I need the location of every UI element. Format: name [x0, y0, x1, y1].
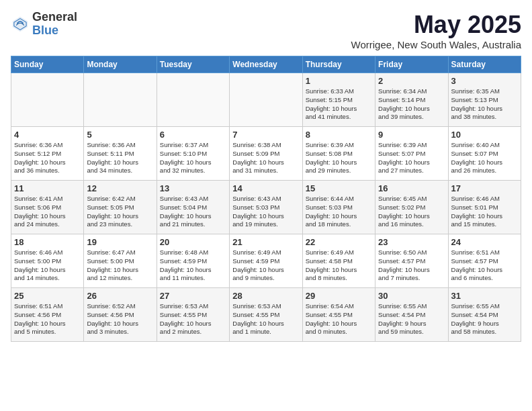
calendar-cell: 27Sunrise: 6:53 AM Sunset: 4:55 PM Dayli… — [157, 288, 229, 342]
cell-info: Sunrise: 6:46 AM Sunset: 5:00 PM Dayligh… — [14, 248, 81, 283]
logo-general-text: General — [32, 11, 77, 24]
cell-info: Sunrise: 6:46 AM Sunset: 5:01 PM Dayligh… — [451, 195, 518, 229]
day-number: 16 — [378, 183, 445, 193]
calendar-cell: 28Sunrise: 6:53 AM Sunset: 4:55 PM Dayli… — [230, 288, 302, 342]
week-row-4: 18Sunrise: 6:46 AM Sunset: 5:00 PM Dayli… — [11, 234, 521, 288]
day-number: 10 — [451, 130, 518, 140]
cell-info: Sunrise: 6:55 AM Sunset: 4:54 PM Dayligh… — [378, 302, 445, 336]
cell-info: Sunrise: 6:40 AM Sunset: 5:07 PM Dayligh… — [451, 141, 518, 175]
day-number: 13 — [160, 183, 226, 193]
logo-blue-text: Blue — [32, 24, 77, 38]
cell-info: Sunrise: 6:35 AM Sunset: 5:13 PM Dayligh… — [451, 87, 518, 122]
day-number: 28 — [232, 291, 299, 301]
calendar-cell — [11, 73, 84, 127]
weekday-header-wednesday: Wednesday — [230, 56, 302, 73]
calendar-cell: 25Sunrise: 6:51 AM Sunset: 4:56 PM Dayli… — [11, 288, 84, 342]
cell-info: Sunrise: 6:43 AM Sunset: 5:04 PM Dayligh… — [160, 195, 226, 229]
calendar-table: SundayMondayTuesdayWednesdayThursdayFrid… — [11, 56, 521, 342]
calendar-cell: 11Sunrise: 6:41 AM Sunset: 5:06 PM Dayli… — [11, 181, 84, 234]
cell-info: Sunrise: 6:36 AM Sunset: 5:12 PM Dayligh… — [14, 141, 81, 175]
day-number: 25 — [14, 291, 81, 301]
day-number: 1 — [306, 76, 372, 86]
weekday-header-saturday: Saturday — [448, 56, 521, 73]
cell-info: Sunrise: 6:49 AM Sunset: 4:58 PM Dayligh… — [306, 248, 372, 283]
day-number: 24 — [451, 237, 518, 247]
cell-info: Sunrise: 6:50 AM Sunset: 4:57 PM Dayligh… — [378, 248, 445, 283]
logo-icon — [11, 15, 30, 34]
cell-info: Sunrise: 6:36 AM Sunset: 5:11 PM Dayligh… — [87, 141, 153, 175]
calendar-cell — [157, 73, 229, 127]
calendar-cell — [230, 73, 302, 127]
day-number: 6 — [160, 130, 226, 140]
day-number: 17 — [451, 183, 518, 193]
logo-text: General Blue — [32, 11, 77, 38]
calendar-cell: 7Sunrise: 6:38 AM Sunset: 5:09 PM Daylig… — [230, 127, 302, 181]
calendar-cell: 22Sunrise: 6:49 AM Sunset: 4:58 PM Dayli… — [302, 234, 375, 288]
calendar-cell: 9Sunrise: 6:39 AM Sunset: 5:07 PM Daylig… — [375, 127, 448, 181]
calendar-cell: 15Sunrise: 6:44 AM Sunset: 5:03 PM Dayli… — [302, 181, 375, 234]
calendar-cell: 5Sunrise: 6:36 AM Sunset: 5:11 PM Daylig… — [84, 127, 157, 181]
day-number: 14 — [232, 183, 299, 193]
day-number: 15 — [306, 183, 372, 193]
weekday-header-row: SundayMondayTuesdayWednesdayThursdayFrid… — [11, 56, 521, 73]
day-number: 31 — [451, 291, 518, 301]
calendar-cell: 4Sunrise: 6:36 AM Sunset: 5:12 PM Daylig… — [11, 127, 84, 181]
cell-info: Sunrise: 6:42 AM Sunset: 5:05 PM Dayligh… — [87, 195, 153, 229]
day-number: 12 — [87, 183, 153, 193]
calendar-cell: 26Sunrise: 6:52 AM Sunset: 4:56 PM Dayli… — [84, 288, 157, 342]
weekday-header-monday: Monday — [84, 56, 157, 73]
week-row-3: 11Sunrise: 6:41 AM Sunset: 5:06 PM Dayli… — [11, 181, 521, 234]
calendar-cell: 8Sunrise: 6:39 AM Sunset: 5:08 PM Daylig… — [302, 127, 375, 181]
cell-info: Sunrise: 6:53 AM Sunset: 4:55 PM Dayligh… — [232, 302, 299, 336]
day-number: 30 — [378, 291, 445, 301]
cell-info: Sunrise: 6:34 AM Sunset: 5:14 PM Dayligh… — [378, 87, 445, 122]
calendar-cell: 23Sunrise: 6:50 AM Sunset: 4:57 PM Dayli… — [375, 234, 448, 288]
week-row-5: 25Sunrise: 6:51 AM Sunset: 4:56 PM Dayli… — [11, 288, 521, 342]
cell-info: Sunrise: 6:44 AM Sunset: 5:03 PM Dayligh… — [306, 195, 372, 229]
day-number: 27 — [160, 291, 226, 301]
calendar-cell: 2Sunrise: 6:34 AM Sunset: 5:14 PM Daylig… — [375, 73, 448, 127]
calendar-cell: 17Sunrise: 6:46 AM Sunset: 5:01 PM Dayli… — [448, 181, 521, 234]
cell-info: Sunrise: 6:51 AM Sunset: 4:56 PM Dayligh… — [14, 302, 81, 336]
day-number: 7 — [232, 130, 299, 140]
calendar-cell: 21Sunrise: 6:49 AM Sunset: 4:59 PM Dayli… — [230, 234, 302, 288]
logo: General Blue — [11, 11, 77, 38]
calendar-cell: 16Sunrise: 6:45 AM Sunset: 5:02 PM Dayli… — [375, 181, 448, 234]
weekday-header-sunday: Sunday — [11, 56, 84, 73]
day-number: 18 — [14, 237, 81, 247]
month-title: May 2025 — [351, 11, 521, 39]
cell-info: Sunrise: 6:47 AM Sunset: 5:00 PM Dayligh… — [87, 248, 153, 283]
day-number: 19 — [87, 237, 153, 247]
weekday-header-thursday: Thursday — [302, 56, 375, 73]
cell-info: Sunrise: 6:55 AM Sunset: 4:54 PM Dayligh… — [451, 302, 518, 336]
cell-info: Sunrise: 6:39 AM Sunset: 5:07 PM Dayligh… — [378, 141, 445, 175]
day-number: 2 — [378, 76, 445, 86]
cell-info: Sunrise: 6:45 AM Sunset: 5:02 PM Dayligh… — [378, 195, 445, 229]
cell-info: Sunrise: 6:39 AM Sunset: 5:08 PM Dayligh… — [306, 141, 372, 175]
day-number: 29 — [306, 291, 372, 301]
day-number: 5 — [87, 130, 153, 140]
cell-info: Sunrise: 6:43 AM Sunset: 5:03 PM Dayligh… — [232, 195, 299, 229]
calendar-cell: 12Sunrise: 6:42 AM Sunset: 5:05 PM Dayli… — [84, 181, 157, 234]
calendar-cell: 31Sunrise: 6:55 AM Sunset: 4:54 PM Dayli… — [448, 288, 521, 342]
cell-info: Sunrise: 6:53 AM Sunset: 4:55 PM Dayligh… — [160, 302, 226, 336]
calendar-cell: 19Sunrise: 6:47 AM Sunset: 5:00 PM Dayli… — [84, 234, 157, 288]
cell-info: Sunrise: 6:41 AM Sunset: 5:06 PM Dayligh… — [14, 195, 81, 229]
day-number: 20 — [160, 237, 226, 247]
cell-info: Sunrise: 6:54 AM Sunset: 4:55 PM Dayligh… — [306, 302, 372, 336]
day-number: 21 — [232, 237, 299, 247]
calendar-cell: 3Sunrise: 6:35 AM Sunset: 5:13 PM Daylig… — [448, 73, 521, 127]
title-block: May 2025 Worrigee, New South Wales, Aust… — [351, 11, 521, 50]
page-header: General Blue May 2025 Worrigee, New Sout… — [11, 11, 521, 50]
cell-info: Sunrise: 6:37 AM Sunset: 5:10 PM Dayligh… — [160, 141, 226, 175]
cell-info: Sunrise: 6:51 AM Sunset: 4:57 PM Dayligh… — [451, 248, 518, 283]
day-number: 4 — [14, 130, 81, 140]
calendar-cell: 30Sunrise: 6:55 AM Sunset: 4:54 PM Dayli… — [375, 288, 448, 342]
calendar-cell: 29Sunrise: 6:54 AM Sunset: 4:55 PM Dayli… — [302, 288, 375, 342]
calendar-cell: 14Sunrise: 6:43 AM Sunset: 5:03 PM Dayli… — [230, 181, 302, 234]
calendar-cell: 1Sunrise: 6:33 AM Sunset: 5:15 PM Daylig… — [302, 73, 375, 127]
calendar-cell: 13Sunrise: 6:43 AM Sunset: 5:04 PM Dayli… — [157, 181, 229, 234]
weekday-header-tuesday: Tuesday — [157, 56, 229, 73]
calendar-cell: 18Sunrise: 6:46 AM Sunset: 5:00 PM Dayli… — [11, 234, 84, 288]
week-row-2: 4Sunrise: 6:36 AM Sunset: 5:12 PM Daylig… — [11, 127, 521, 181]
